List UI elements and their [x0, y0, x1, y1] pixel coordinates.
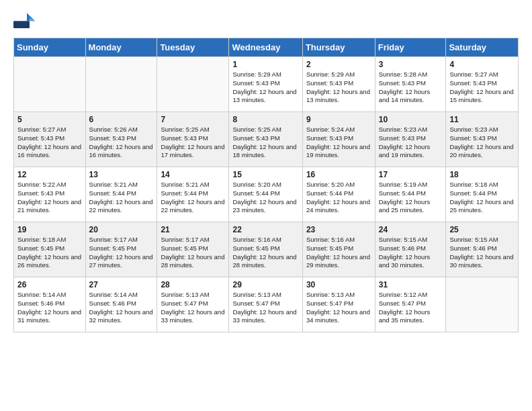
day-info: Sunrise: 5:15 AM Sunset: 5:46 PM Dayligh…: [379, 236, 443, 270]
calendar-header-row: SundayMondayTuesdayWednesdayThursdayFrid…: [14, 38, 519, 57]
day-number: 6: [89, 115, 154, 124]
day-info: Sunrise: 5:27 AM Sunset: 5:43 PM Dayligh…: [17, 126, 82, 160]
logo-icon: [13, 12, 35, 31]
calendar-day-cell: [157, 57, 229, 112]
calendar-day-cell: [85, 57, 157, 112]
day-number: 21: [161, 225, 225, 234]
day-number: 10: [379, 115, 443, 124]
day-number: 22: [232, 225, 298, 234]
calendar-day-cell: 30Sunrise: 5:13 AM Sunset: 5:47 PM Dayli…: [302, 277, 375, 332]
day-number: 19: [17, 225, 82, 234]
calendar-day-header: Tuesday: [157, 38, 229, 57]
calendar-week-row: 1Sunrise: 5:29 AM Sunset: 5:43 PM Daylig…: [14, 57, 519, 112]
calendar-day-header: Wednesday: [229, 38, 302, 57]
day-number: 20: [89, 225, 154, 234]
calendar-day-cell: 6Sunrise: 5:26 AM Sunset: 5:43 PM Daylig…: [85, 112, 157, 167]
calendar-day-cell: 9Sunrise: 5:24 AM Sunset: 5:43 PM Daylig…: [302, 112, 375, 167]
day-number: 13: [89, 170, 154, 179]
calendar-day-cell: 4Sunrise: 5:27 AM Sunset: 5:43 PM Daylig…: [446, 57, 519, 112]
day-number: 11: [449, 115, 515, 124]
day-info: Sunrise: 5:27 AM Sunset: 5:43 PM Dayligh…: [449, 71, 515, 105]
day-number: 18: [449, 170, 515, 179]
calendar-day-cell: 29Sunrise: 5:13 AM Sunset: 5:47 PM Dayli…: [229, 277, 302, 332]
calendar-day-header: Sunday: [14, 38, 86, 57]
calendar-day-cell: 16Sunrise: 5:20 AM Sunset: 5:44 PM Dayli…: [302, 167, 375, 222]
calendar-day-cell: 26Sunrise: 5:14 AM Sunset: 5:46 PM Dayli…: [14, 277, 86, 332]
day-info: Sunrise: 5:28 AM Sunset: 5:43 PM Dayligh…: [379, 71, 443, 105]
day-info: Sunrise: 5:18 AM Sunset: 5:45 PM Dayligh…: [17, 236, 82, 270]
day-info: Sunrise: 5:17 AM Sunset: 5:45 PM Dayligh…: [89, 236, 154, 270]
day-info: Sunrise: 5:12 AM Sunset: 5:47 PM Dayligh…: [379, 291, 443, 325]
calendar-day-cell: 5Sunrise: 5:27 AM Sunset: 5:43 PM Daylig…: [14, 112, 86, 167]
calendar-day-cell: 24Sunrise: 5:15 AM Sunset: 5:46 PM Dayli…: [375, 222, 446, 277]
calendar-day-cell: 1Sunrise: 5:29 AM Sunset: 5:43 PM Daylig…: [229, 57, 302, 112]
day-info: Sunrise: 5:18 AM Sunset: 5:44 PM Dayligh…: [449, 181, 515, 215]
day-info: Sunrise: 5:25 AM Sunset: 5:43 PM Dayligh…: [232, 126, 298, 160]
calendar-day-cell: 14Sunrise: 5:21 AM Sunset: 5:44 PM Dayli…: [157, 167, 229, 222]
calendar-day-cell: 27Sunrise: 5:14 AM Sunset: 5:46 PM Dayli…: [85, 277, 157, 332]
calendar-day-cell: 31Sunrise: 5:12 AM Sunset: 5:47 PM Dayli…: [375, 277, 446, 332]
day-info: Sunrise: 5:20 AM Sunset: 5:44 PM Dayligh…: [306, 181, 371, 215]
day-number: 2: [306, 60, 371, 69]
calendar-day-cell: 8Sunrise: 5:25 AM Sunset: 5:43 PM Daylig…: [229, 112, 302, 167]
calendar-day-cell: 22Sunrise: 5:16 AM Sunset: 5:45 PM Dayli…: [229, 222, 302, 277]
day-number: 23: [306, 225, 371, 234]
calendar-day-header: Thursday: [302, 38, 375, 57]
calendar-day-header: Friday: [375, 38, 446, 57]
day-number: 29: [232, 280, 298, 289]
calendar-day-cell: 3Sunrise: 5:28 AM Sunset: 5:43 PM Daylig…: [375, 57, 446, 112]
calendar-day-cell: 21Sunrise: 5:17 AM Sunset: 5:45 PM Dayli…: [157, 222, 229, 277]
calendar-day-cell: 15Sunrise: 5:20 AM Sunset: 5:44 PM Dayli…: [229, 167, 302, 222]
day-number: 27: [89, 280, 154, 289]
calendar-day-cell: [446, 277, 519, 332]
calendar-week-row: 12Sunrise: 5:22 AM Sunset: 5:43 PM Dayli…: [14, 167, 519, 222]
day-number: 8: [232, 115, 298, 124]
day-number: 1: [232, 60, 298, 69]
calendar-table: SundayMondayTuesdayWednesdayThursdayFrid…: [13, 38, 519, 332]
day-info: Sunrise: 5:21 AM Sunset: 5:44 PM Dayligh…: [161, 181, 225, 215]
day-info: Sunrise: 5:29 AM Sunset: 5:43 PM Dayligh…: [306, 71, 371, 105]
day-number: 16: [306, 170, 371, 179]
day-info: Sunrise: 5:16 AM Sunset: 5:45 PM Dayligh…: [232, 236, 298, 270]
day-info: Sunrise: 5:23 AM Sunset: 5:43 PM Dayligh…: [449, 126, 515, 160]
day-number: 31: [379, 280, 443, 289]
day-number: 7: [161, 115, 225, 124]
day-info: Sunrise: 5:13 AM Sunset: 5:47 PM Dayligh…: [232, 291, 298, 325]
day-info: Sunrise: 5:22 AM Sunset: 5:43 PM Dayligh…: [17, 181, 82, 215]
logo: [13, 12, 38, 31]
day-info: Sunrise: 5:20 AM Sunset: 5:44 PM Dayligh…: [232, 181, 298, 215]
calendar-day-cell: 13Sunrise: 5:21 AM Sunset: 5:44 PM Dayli…: [85, 167, 157, 222]
day-info: Sunrise: 5:21 AM Sunset: 5:44 PM Dayligh…: [89, 181, 154, 215]
day-number: 4: [449, 60, 515, 69]
day-number: 5: [17, 115, 82, 124]
day-number: 12: [17, 170, 82, 179]
day-info: Sunrise: 5:14 AM Sunset: 5:46 PM Dayligh…: [89, 291, 154, 325]
calendar-day-cell: 23Sunrise: 5:16 AM Sunset: 5:45 PM Dayli…: [302, 222, 375, 277]
calendar-day-cell: 2Sunrise: 5:29 AM Sunset: 5:43 PM Daylig…: [302, 57, 375, 112]
page: SundayMondayTuesdayWednesdayThursdayFrid…: [0, 0, 532, 339]
day-number: 24: [379, 225, 443, 234]
calendar-week-row: 19Sunrise: 5:18 AM Sunset: 5:45 PM Dayli…: [14, 222, 519, 277]
header: [13, 12, 519, 31]
day-number: 17: [379, 170, 443, 179]
day-number: 14: [161, 170, 225, 179]
day-info: Sunrise: 5:16 AM Sunset: 5:45 PM Dayligh…: [306, 236, 371, 270]
calendar-day-cell: 28Sunrise: 5:13 AM Sunset: 5:47 PM Dayli…: [157, 277, 229, 332]
calendar-day-cell: 7Sunrise: 5:25 AM Sunset: 5:43 PM Daylig…: [157, 112, 229, 167]
calendar-day-cell: 25Sunrise: 5:15 AM Sunset: 5:46 PM Dayli…: [446, 222, 519, 277]
calendar-day-cell: 20Sunrise: 5:17 AM Sunset: 5:45 PM Dayli…: [85, 222, 157, 277]
calendar-day-cell: 10Sunrise: 5:23 AM Sunset: 5:43 PM Dayli…: [375, 112, 446, 167]
calendar-day-cell: 11Sunrise: 5:23 AM Sunset: 5:43 PM Dayli…: [446, 112, 519, 167]
day-info: Sunrise: 5:13 AM Sunset: 5:47 PM Dayligh…: [306, 291, 371, 325]
day-info: Sunrise: 5:17 AM Sunset: 5:45 PM Dayligh…: [161, 236, 225, 270]
calendar-week-row: 5Sunrise: 5:27 AM Sunset: 5:43 PM Daylig…: [14, 112, 519, 167]
day-number: 30: [306, 280, 371, 289]
calendar-day-cell: 12Sunrise: 5:22 AM Sunset: 5:43 PM Dayli…: [14, 167, 86, 222]
day-info: Sunrise: 5:14 AM Sunset: 5:46 PM Dayligh…: [17, 291, 82, 325]
calendar-day-header: Monday: [85, 38, 157, 57]
day-info: Sunrise: 5:23 AM Sunset: 5:43 PM Dayligh…: [379, 126, 443, 160]
day-number: 9: [306, 115, 371, 124]
day-info: Sunrise: 5:25 AM Sunset: 5:43 PM Dayligh…: [161, 126, 225, 160]
day-info: Sunrise: 5:29 AM Sunset: 5:43 PM Dayligh…: [232, 71, 298, 105]
day-info: Sunrise: 5:19 AM Sunset: 5:44 PM Dayligh…: [379, 181, 443, 215]
